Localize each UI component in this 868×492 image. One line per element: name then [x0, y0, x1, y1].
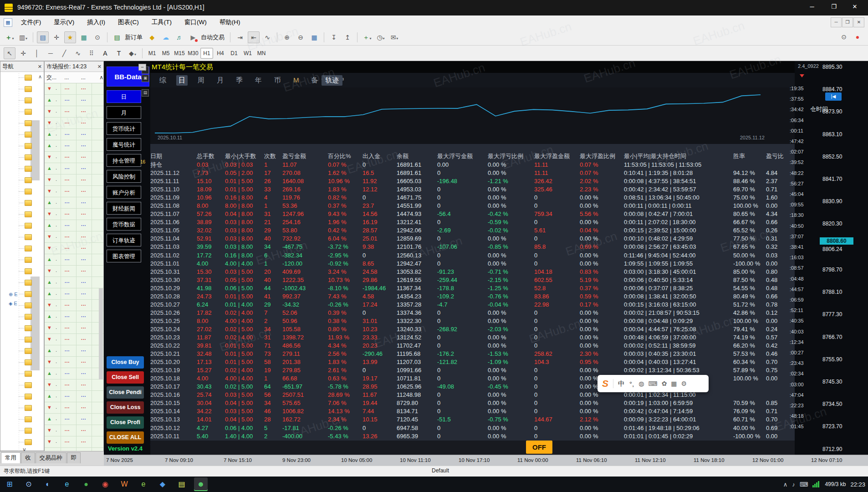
bb-button-图表管理[interactable]: 图表管理 — [107, 250, 141, 262]
market-watch-row[interactable]: ▼....... — [45, 243, 103, 254]
auto-scroll-icon[interactable]: ⇤ — [248, 31, 260, 43]
navigator-item[interactable] — [0, 414, 44, 425]
ime-tool-icon-3[interactable]: ▦ — [671, 380, 677, 387]
periods-icon[interactable]: ◷▾ — [375, 31, 387, 43]
market-watch-row[interactable]: ▲....... — [45, 311, 103, 323]
market-watch-row[interactable]: ▼....... — [45, 300, 103, 311]
market-watch-row[interactable]: ▼....... — [45, 106, 103, 118]
collapse-icon[interactable]: ∧ — [99, 72, 103, 83]
templates-icon[interactable]: ✉▾ — [388, 31, 400, 43]
chart-window-icon[interactable]: ▦ — [4, 18, 12, 27]
bb-button-风险控制[interactable]: 风险控制 — [107, 170, 141, 183]
navigator-item[interactable] — [0, 425, 44, 436]
bottom-tab-即[interactable]: 即 — [67, 452, 81, 463]
tab-日[interactable]: 日 — [176, 75, 188, 86]
market-watch-row[interactable]: ▲....... — [45, 163, 103, 174]
navigator-item[interactable] — [0, 231, 44, 243]
market-watch-row[interactable]: ▼....... — [45, 118, 103, 129]
market-watch-row[interactable]: ▲....... — [45, 220, 103, 231]
navigator-item[interactable] — [0, 379, 44, 391]
tab-年[interactable]: 年 — [253, 75, 264, 86]
ime-toolbar[interactable]: S 中 °, ◍⌨✿▦⚙ — [597, 375, 709, 392]
navigator-item[interactable] — [0, 163, 44, 174]
market-watch-row[interactable]: ▼....... — [45, 425, 103, 436]
tray-icon-0[interactable]: ∧ — [783, 481, 788, 488]
close-button[interactable]: ✕ — [844, 0, 865, 14]
menu-item-插入(I)[interactable]: 插入(I) — [81, 15, 112, 29]
navigator-item[interactable] — [0, 220, 44, 231]
navigator-item[interactable] — [0, 243, 44, 254]
timeframe-M30[interactable]: M30 — [187, 48, 199, 59]
gavel-icon[interactable]: ◆ — [146, 31, 158, 43]
navigator-item[interactable] — [0, 334, 44, 345]
tray-icon-2[interactable]: ⌨ — [800, 481, 808, 488]
navigator-item[interactable] — [0, 106, 44, 118]
market-watch-row[interactable]: ▼....... — [45, 323, 103, 334]
chart-shift-icon[interactable]: ∿ — [261, 31, 273, 43]
auto-trading-button[interactable]: 自动交易 — [201, 33, 225, 41]
navigator-item[interactable] — [0, 391, 44, 402]
tab-track[interactable]: 轨迹 — [322, 75, 342, 86]
tab-周[interactable]: 周 — [195, 75, 207, 86]
ime-logo[interactable]: S — [602, 378, 608, 389]
tile-windows-icon[interactable]: ▦ — [308, 31, 320, 43]
tab-币[interactable]: 币 — [272, 75, 283, 86]
market-watch-row[interactable]: ▼....... — [45, 436, 103, 448]
market-watch-row[interactable]: ▲....... — [45, 140, 103, 152]
horizontal-line-icon[interactable]: ─ — [45, 47, 56, 59]
step-back-icon[interactable]: ↧ — [328, 31, 340, 43]
timeframe-H1[interactable]: H1 — [200, 48, 213, 59]
zoom-out-icon[interactable]: ⊖ — [295, 31, 306, 43]
new-order-icon[interactable]: ▤ — [111, 31, 123, 43]
vertical-line-icon[interactable]: │ — [31, 47, 43, 59]
profiles-icon[interactable]: ▥▾ — [17, 31, 29, 43]
indicators-icon[interactable]: ＋▾ — [361, 31, 373, 43]
sounds-icon[interactable]: ♬ — [174, 31, 185, 43]
market-watch-row[interactable]: ▲....... — [45, 288, 103, 300]
timeframe-W1[interactable]: W1 — [241, 48, 254, 59]
taskbar-app-red-icon[interactable]: ◉ — [98, 477, 112, 491]
time-axis[interactable]: 7 Nov 20257 Nov 09:107 Nov 15:109 Nov 23… — [104, 455, 868, 466]
button-close-sell[interactable]: Close Sell — [107, 371, 144, 384]
market-watch-row[interactable]: ▲....... — [45, 391, 103, 402]
bb-button-订单轨迹[interactable]: 订单轨迹 — [107, 234, 141, 246]
market-watch-icon[interactable]: ▤ — [37, 31, 49, 43]
child-close-button[interactable]: ✕ — [853, 17, 864, 27]
navigator-item[interactable] — [0, 72, 44, 83]
navigator-item[interactable] — [0, 83, 44, 95]
button-close-all[interactable]: CLOSE ALL — [107, 431, 144, 444]
taskbar-app-blue-icon[interactable]: ◆ — [156, 477, 169, 491]
button-close-profi[interactable]: Close Profi — [107, 416, 144, 429]
navigator-item[interactable] — [0, 402, 44, 414]
market-watch-row[interactable]: ▼....... — [45, 209, 103, 220]
auto-trading-icon[interactable]: ▶ — [187, 31, 199, 43]
tab-M[interactable]: M — [291, 75, 301, 86]
bb-button-财经新闻[interactable]: 财经新闻 — [107, 202, 141, 215]
tab-备[interactable]: 备 — [309, 75, 321, 86]
bb-button-持仓管理[interactable]: 持仓管理 — [107, 154, 141, 167]
navigator-item[interactable] — [0, 345, 44, 357]
equidistant-channel-icon[interactable]: ∿ — [72, 47, 84, 59]
navigator-item[interactable] — [0, 129, 44, 140]
timeframe-M15[interactable]: M15 — [173, 48, 186, 59]
timeframe-D1[interactable]: D1 — [228, 48, 240, 59]
bottom-tab-交易品种[interactable]: 交易品种 — [36, 452, 66, 463]
navigator-item[interactable] — [0, 436, 44, 448]
market-watch-row[interactable]: ▼....... — [45, 174, 103, 186]
market-watch-row[interactable]: ▼....... — [45, 152, 103, 163]
timeframe-H4[interactable]: H4 — [214, 48, 227, 59]
maximize-button[interactable]: ❐ — [823, 0, 844, 14]
navigator-item[interactable] — [0, 174, 44, 186]
navigator-item[interactable] — [0, 368, 44, 379]
taskbar-app-note-icon[interactable]: ▤ — [175, 477, 189, 491]
search-icon[interactable]: ⊙ — [838, 31, 850, 43]
cursor-icon[interactable]: ↖ — [4, 47, 15, 59]
minimize-button[interactable]: ─ — [802, 0, 822, 14]
market-watch-row[interactable]: ▲....... — [45, 95, 103, 106]
navigator-item[interactable] — [0, 118, 44, 129]
new-order-button[interactable]: 新订单 — [125, 33, 143, 41]
navigator-item[interactable] — [0, 300, 44, 311]
child-restore-button[interactable]: ❐ — [842, 17, 853, 27]
menu-item-窗口(W)[interactable]: 窗口(W) — [178, 15, 213, 29]
bottom-tab-常用[interactable]: 常用 — [1, 452, 20, 463]
